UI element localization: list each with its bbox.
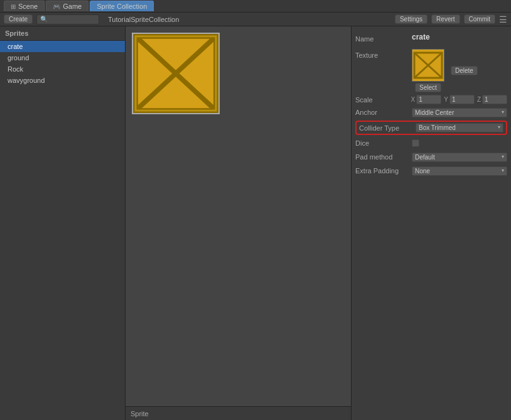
pad-method-value: Default: [415, 154, 435, 161]
extra-padding-row: Extra Padding None ▾: [355, 165, 507, 176]
svg-rect-0: [133, 34, 218, 113]
toolbar-left: Create TutorialSpriteCollection: [4, 14, 179, 24]
pad-method-label: Pad method: [355, 153, 412, 161]
sidebar: Sprites crate ground Rock wavyground: [0, 26, 126, 420]
bottom-bar-label: Sprite: [131, 410, 149, 417]
tab-sprite-collection[interactable]: Sprite Collection: [90, 1, 154, 11]
crate-svg: [133, 34, 218, 113]
name-label: Name: [355, 35, 412, 43]
anchor-chevron: ▾: [502, 109, 504, 116]
collection-name: TutorialSpriteCollection: [108, 16, 179, 23]
preview-area: [126, 26, 351, 420]
toolbar: Create TutorialSpriteCollection Settings…: [0, 13, 511, 26]
tab-bar: ⊞ Scene 🎮 Game Sprite Collection: [0, 0, 511, 13]
toolbar-right: Settings Revert Commit ☰: [395, 14, 507, 24]
delete-button[interactable]: Delete: [451, 66, 478, 75]
sprite-list: crate ground Rock wavyground: [0, 41, 125, 420]
sprite-preview-image: [132, 33, 220, 114]
bottom-bar: Sprite: [126, 406, 351, 420]
texture-label: Texture: [355, 49, 412, 59]
texture-thumb-group: Select: [412, 49, 444, 92]
collider-chevron: ▾: [498, 124, 500, 131]
y-label: Y: [444, 96, 448, 103]
search-input[interactable]: [36, 14, 99, 24]
texture-thumb-svg: [413, 50, 443, 80]
svg-line-3: [136, 36, 216, 110]
scene-icon: ⊞: [11, 3, 16, 10]
name-value: crate: [412, 31, 507, 43]
dice-row: Dice: [355, 137, 507, 149]
sprite-item-rock[interactable]: Rock: [0, 63, 125, 75]
sprite-item-crate[interactable]: crate: [0, 41, 125, 52]
scale-label: Scale: [355, 96, 409, 104]
collider-type-dropdown[interactable]: Box Trimmed ▾: [416, 123, 503, 132]
game-icon: 🎮: [53, 3, 60, 10]
main-layout: Sprites crate ground Rock wavyground: [0, 26, 511, 420]
commit-button[interactable]: Commit: [464, 14, 495, 24]
name-row: Name crate: [355, 31, 507, 46]
pad-method-dropdown[interactable]: Default ▾: [412, 153, 507, 162]
properties-panel: Name crate Texture Select: [351, 26, 511, 420]
scale-y-input[interactable]: [449, 95, 475, 104]
extra-padding-dropdown[interactable]: None ▾: [412, 166, 507, 176]
sidebar-header: Sprites: [0, 26, 125, 41]
create-button[interactable]: Create: [4, 14, 33, 24]
svg-rect-1: [136, 36, 216, 110]
sprite-item-ground[interactable]: ground: [0, 52, 125, 63]
anchor-label: Anchor: [355, 109, 412, 116]
collider-type-value: Box Trimmed: [419, 124, 456, 131]
anchor-row: Anchor Middle Center ▾: [355, 107, 507, 118]
scale-y-group: Y: [444, 95, 475, 104]
pad-method-row: Pad method Default ▾: [355, 151, 507, 163]
overflow-menu[interactable]: ☰: [499, 14, 507, 24]
anchor-value: Middle Center: [415, 109, 454, 116]
collider-type-row: Collider Type Box Trimmed ▾: [355, 121, 507, 135]
z-label: Z: [477, 96, 481, 103]
sprite-item-wavyground[interactable]: wavyground: [0, 75, 125, 86]
preview-section: Sprite: [126, 26, 351, 420]
texture-container: Select Delete: [412, 49, 478, 92]
scale-z-input[interactable]: [482, 95, 507, 104]
extra-padding-chevron: ▾: [502, 168, 504, 175]
svg-rect-4: [136, 36, 216, 110]
texture-row: Texture Select Delete: [355, 49, 507, 92]
revert-button[interactable]: Revert: [431, 14, 460, 24]
pad-method-chevron: ▾: [502, 154, 504, 161]
select-button[interactable]: Select: [415, 83, 441, 92]
scale-x-input[interactable]: [416, 95, 441, 104]
texture-thumbnail: [412, 49, 444, 82]
x-label: X: [411, 96, 416, 103]
extra-padding-value: None: [415, 168, 430, 175]
scale-z-group: Z: [477, 95, 507, 104]
scale-row: Scale X Y Z: [355, 95, 507, 104]
anchor-dropdown[interactable]: Middle Center ▾: [412, 108, 507, 117]
extra-padding-label: Extra Padding: [355, 167, 412, 175]
tab-game[interactable]: 🎮 Game: [46, 1, 89, 11]
svg-line-2: [136, 36, 216, 110]
collider-type-label: Collider Type: [359, 124, 416, 132]
dice-label: Dice: [355, 139, 412, 147]
settings-button[interactable]: Settings: [395, 14, 428, 24]
tab-scene[interactable]: ⊞ Scene: [4, 1, 45, 11]
dice-checkbox[interactable]: [412, 139, 419, 147]
scale-x-group: X: [411, 95, 442, 104]
